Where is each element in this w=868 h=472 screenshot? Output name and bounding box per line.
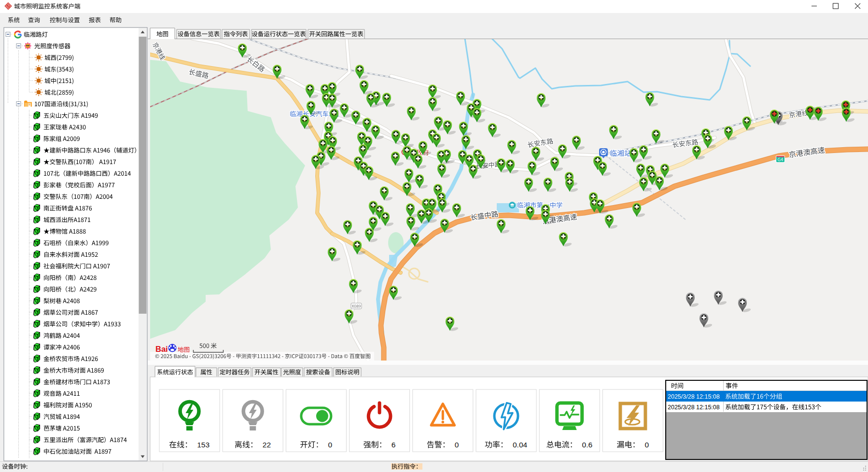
svg-text:0.6: 0.6 [582,441,593,449]
svg-text:0.04: 0.04 [513,441,528,449]
svg-text:22: 22 [263,441,271,449]
svg-text:6: 6 [392,441,396,449]
svg-text:0: 0 [328,441,332,449]
svg-text:Bai: Bai [155,345,168,353]
svg-text:0: 0 [644,441,649,449]
svg-text:0: 0 [455,441,459,449]
svg-text:2025/3/28 12:15:08: 2025/3/28 12:15:08 [668,393,720,400]
svg-text:153: 153 [197,441,210,449]
svg-text:2025/3/28 12:15:08: 2025/3/28 12:15:08 [668,404,720,411]
